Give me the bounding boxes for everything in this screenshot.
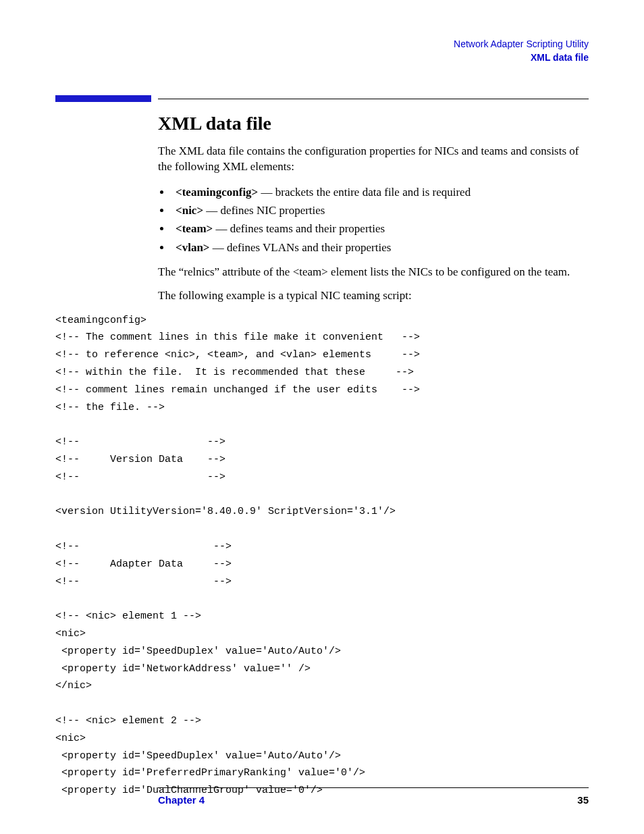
element-list: <teamingconfig> — brackets the entire da…	[158, 183, 589, 257]
page-header: Network Adapter Scripting Utility XML da…	[55, 38, 589, 64]
section-rule	[55, 95, 589, 102]
tag-name: <vlan>	[176, 241, 210, 254]
section-heading: XML data file	[158, 113, 589, 134]
footer-chapter: Chapter 4	[158, 794, 205, 806]
header-doc-title: Network Adapter Scripting Utility	[55, 38, 589, 51]
example-intro-paragraph: The following example is a typical NIC t…	[158, 288, 589, 304]
tag-name: <nic>	[176, 204, 203, 217]
tag-desc: — defines VLANs and their properties	[210, 241, 392, 254]
relnics-paragraph: The “relnics” attribute of the <team> el…	[158, 265, 589, 280]
blue-accent-bar	[55, 95, 151, 102]
tag-desc: — brackets the entire data file and is r…	[258, 186, 471, 199]
footer-page-number: 35	[577, 794, 589, 806]
header-section-title: XML data file	[55, 51, 589, 65]
code-example: <teamingconfig> <!-- The comment lines i…	[55, 312, 589, 800]
intro-paragraph: The XML data file contains the configura…	[158, 144, 589, 175]
list-item: <teamingconfig> — brackets the entire da…	[171, 183, 589, 201]
list-item: <vlan> — defines VLANs and their propert…	[171, 238, 589, 257]
tag-desc: — defines teams and their properties	[213, 222, 385, 235]
tag-desc: — defines NIC properties	[203, 204, 325, 217]
horizontal-rule	[158, 99, 589, 99]
page-footer: Chapter 4 35	[158, 794, 589, 806]
list-item: <team> — defines teams and their propert…	[171, 219, 589, 238]
tag-name: <team>	[176, 222, 213, 235]
list-item: <nic> — defines NIC properties	[171, 201, 589, 219]
footer-rule	[158, 787, 589, 788]
tag-name: <teamingconfig>	[176, 186, 258, 199]
